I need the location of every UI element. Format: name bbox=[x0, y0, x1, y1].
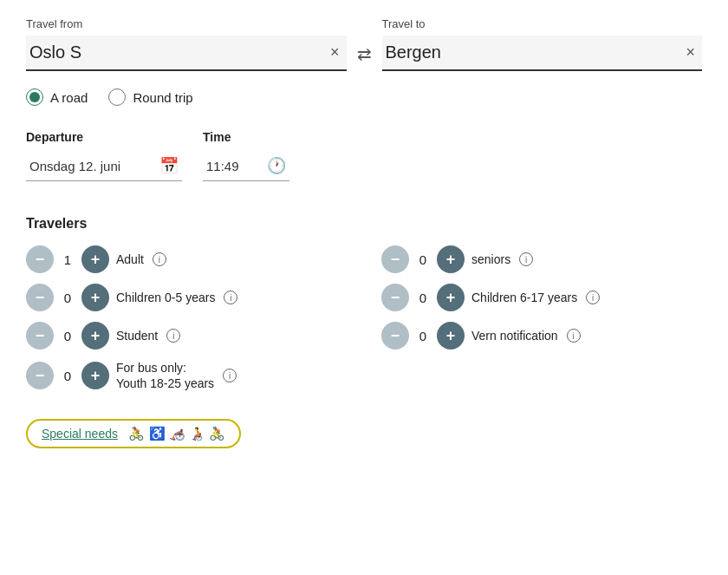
time-field: Time 11:49 🕐 bbox=[203, 130, 289, 181]
travel-to-label: Travel to bbox=[382, 17, 703, 30]
student-count: 0 bbox=[61, 329, 75, 343]
seniors-label: seniors bbox=[471, 252, 510, 266]
time-input-wrap[interactable]: 11:49 🕐 bbox=[203, 151, 289, 181]
children617-minus-button[interactable]: − bbox=[381, 284, 409, 311]
vern-info-icon[interactable]: i bbox=[567, 329, 581, 343]
student-row: − 0 + Student i bbox=[26, 322, 347, 350]
travelers-title: Travelers bbox=[26, 216, 702, 232]
a-road-radio[interactable] bbox=[26, 88, 43, 106]
bus-youth-plus-button[interactable]: + bbox=[81, 362, 109, 389]
adult-plus-button[interactable]: + bbox=[81, 245, 109, 273]
departure-field: Departure Onsdag 12. juni 📅 bbox=[26, 130, 182, 181]
vern-minus-button[interactable]: − bbox=[381, 322, 409, 350]
departure-label: Departure bbox=[26, 130, 182, 144]
departure-time-row: Departure Onsdag 12. juni 📅 Time 11:49 🕐 bbox=[26, 130, 702, 181]
travel-from-input-wrap: × bbox=[26, 36, 347, 71]
student-minus-button[interactable]: − bbox=[26, 322, 54, 350]
special-needs-link[interactable]: Special needs bbox=[42, 427, 118, 441]
adult-label: Adult bbox=[116, 252, 144, 266]
children617-label: Children 6-17 years bbox=[471, 291, 577, 304]
special-needs-icons: 🚴 ♿ 🦽 🧑‍🦽 🚴 bbox=[128, 426, 225, 441]
travel-to-clear-button[interactable]: × bbox=[682, 43, 699, 62]
special-needs-wrap: Special needs 🚴 ♿ 🦽 🧑‍🦽 🚴 bbox=[26, 419, 241, 448]
round-trip-option[interactable]: Round trip bbox=[108, 88, 192, 106]
departure-value: Onsdag 12. juni bbox=[29, 159, 153, 173]
travel-from-clear-button[interactable]: × bbox=[327, 43, 343, 62]
a-road-option[interactable]: A road bbox=[26, 88, 88, 106]
adult-info-icon[interactable]: i bbox=[153, 252, 166, 266]
time-value: 11:49 bbox=[206, 159, 260, 173]
a-road-label: A road bbox=[50, 90, 88, 105]
special-needs-section: Special needs 🚴 ♿ 🦽 🧑‍🦽 🚴 bbox=[26, 412, 702, 448]
seniors-info-icon[interactable]: i bbox=[519, 252, 533, 266]
children05-info-icon[interactable]: i bbox=[224, 291, 237, 304]
round-trip-radio[interactable] bbox=[108, 88, 126, 106]
children05-label: Children 0-5 years bbox=[116, 291, 215, 304]
adult-count: 1 bbox=[61, 252, 75, 267]
adult-row: − 1 + Adult i bbox=[26, 245, 347, 273]
student-plus-button[interactable]: + bbox=[81, 322, 109, 350]
bus-youth-label-line2: Youth 18-25 years bbox=[116, 376, 214, 391]
children05-row: − 0 + Children 0-5 years i bbox=[26, 284, 347, 311]
children05-plus-button[interactable]: + bbox=[81, 284, 109, 311]
vern-count: 0 bbox=[416, 329, 430, 343]
travel-to-input-wrap: × bbox=[382, 36, 703, 71]
swap-button[interactable]: ⇄ bbox=[347, 36, 382, 71]
travel-from-field: Travel from × bbox=[26, 17, 347, 71]
bus-youth-count: 0 bbox=[61, 369, 75, 383]
route-options: A road Round trip bbox=[26, 88, 702, 106]
children617-plus-button[interactable]: + bbox=[437, 284, 465, 311]
travelers-section: Travelers − 1 + Adult i − 0 + seniors i … bbox=[26, 216, 702, 391]
clock-icon: 🕐 bbox=[267, 156, 286, 175]
travel-to-input[interactable] bbox=[386, 42, 683, 62]
seniors-plus-button[interactable]: + bbox=[437, 245, 465, 273]
travel-from-label: Travel from bbox=[26, 17, 347, 30]
departure-input-wrap[interactable]: Onsdag 12. juni 📅 bbox=[26, 151, 182, 181]
round-trip-label: Round trip bbox=[133, 90, 192, 105]
seniors-row: − 0 + seniors i bbox=[381, 245, 702, 273]
travel-from-input[interactable] bbox=[29, 42, 327, 62]
children617-info-icon[interactable]: i bbox=[586, 291, 600, 304]
student-info-icon[interactable]: i bbox=[166, 329, 180, 343]
travel-to-field: Travel to × bbox=[382, 17, 703, 71]
bus-youth-minus-button[interactable]: − bbox=[26, 362, 54, 389]
children617-row: − 0 + Children 6-17 years i bbox=[381, 284, 702, 311]
vern-row: − 0 + Vern notification i bbox=[381, 322, 702, 350]
children05-minus-button[interactable]: − bbox=[26, 284, 54, 311]
bus-youth-label-line1: For bus only: bbox=[116, 360, 214, 376]
calendar-icon: 📅 bbox=[159, 156, 179, 175]
bus-youth-info-icon[interactable]: i bbox=[223, 369, 237, 382]
travelers-grid: − 1 + Adult i − 0 + seniors i − 0 + Chil… bbox=[26, 245, 702, 391]
seniors-minus-button[interactable]: − bbox=[381, 245, 409, 273]
vern-label: Vern notification bbox=[471, 329, 558, 343]
children617-count: 0 bbox=[416, 291, 430, 305]
seniors-count: 0 bbox=[416, 252, 430, 267]
adult-minus-button[interactable]: − bbox=[26, 245, 54, 273]
time-label: Time bbox=[203, 130, 289, 144]
vern-plus-button[interactable]: + bbox=[437, 322, 465, 350]
children05-count: 0 bbox=[61, 291, 75, 305]
bus-youth-row: − 0 + For bus only: Youth 18-25 years i bbox=[26, 360, 347, 391]
student-label: Student bbox=[116, 329, 158, 343]
bus-youth-label-wrap: For bus only: Youth 18-25 years bbox=[116, 360, 214, 391]
